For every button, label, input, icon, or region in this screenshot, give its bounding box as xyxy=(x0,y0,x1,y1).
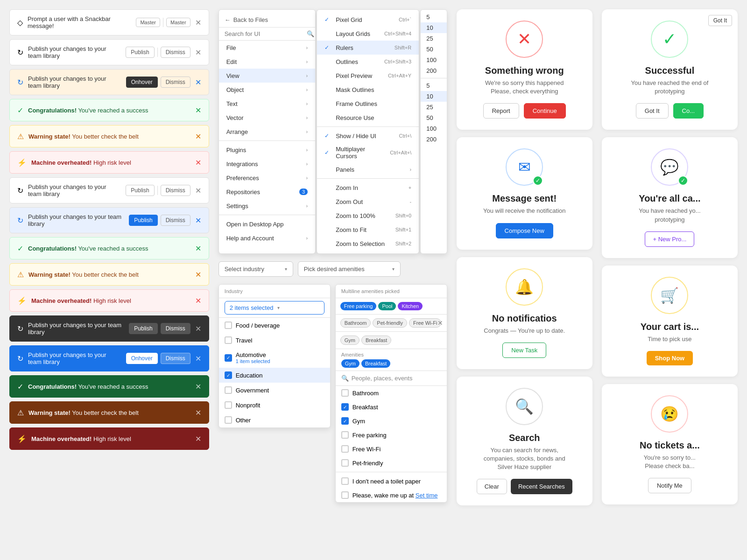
ind-other[interactable]: Other xyxy=(219,413,330,427)
submenu-mask-outlines[interactable]: ✓ Mask Outlines xyxy=(317,83,419,97)
menu-item-edit[interactable]: Edit › xyxy=(219,55,316,69)
submenu-panels[interactable]: ✓ Panels › xyxy=(317,162,419,176)
ind-education[interactable]: ✓ Education xyxy=(219,368,330,383)
num-25-1[interactable]: 25 xyxy=(421,33,446,44)
publish-button-2[interactable]: Publish xyxy=(126,47,154,58)
dismiss-button-13[interactable]: Dismiss xyxy=(161,353,190,364)
menu-item-plugins[interactable]: Plugins › xyxy=(219,143,316,157)
amenity-no-toilet[interactable]: I don't need a toilet paper xyxy=(336,474,447,488)
continue-button[interactable]: Continue xyxy=(524,103,566,119)
dismiss-button-2[interactable]: Dismiss xyxy=(161,47,190,58)
num-50-2[interactable]: 50 xyxy=(421,112,446,123)
dismiss-button-8[interactable]: Dismiss xyxy=(161,215,190,226)
submenu-pixel-grid[interactable]: ✓ Pixel Grid Ctrl+` xyxy=(317,13,419,27)
dismiss-button-3[interactable]: Dismiss xyxy=(161,77,190,88)
amenity-free-wifi[interactable]: Free Wi-Fi xyxy=(336,442,447,456)
num-200-2[interactable]: 200 xyxy=(421,134,446,145)
tag-breakfast[interactable]: Breakfast xyxy=(361,336,391,345)
amenities-search[interactable]: 🔍 People, places, events xyxy=(336,371,447,386)
submenu-zoom-selection[interactable]: ✓ Zoom to Selection Shift+2 xyxy=(317,237,419,251)
new-project-button[interactable]: + New Pro... xyxy=(645,231,694,247)
close-icon-6[interactable]: ✕ xyxy=(195,158,201,167)
dismiss-button-7[interactable]: Dismiss xyxy=(161,185,190,196)
publish-button-7[interactable]: Publish xyxy=(126,185,154,196)
onhover-button-13[interactable]: Onhover xyxy=(126,353,158,364)
submenu-zoom-100[interactable]: ✓ Zoom to 100% Shift+0 xyxy=(317,209,419,223)
got-it-button[interactable]: Got It xyxy=(708,15,732,26)
amenity-pet-friendly[interactable]: Pet-friendly xyxy=(336,456,447,470)
ind-automotive[interactable]: ✓ Automotive 1 item selected xyxy=(219,348,330,368)
menu-item-file[interactable]: File › xyxy=(219,41,316,55)
close-icon-1[interactable]: ✕ xyxy=(195,18,201,27)
menu-item-vector[interactable]: Vector › xyxy=(219,111,316,125)
close-icon-10[interactable]: ✕ xyxy=(195,270,201,279)
amenities-select[interactable]: Pick desired amenities ▾ xyxy=(298,261,401,277)
tag-kitchen[interactable]: Kitchen xyxy=(398,302,423,310)
notify-me-button[interactable]: Notify Me xyxy=(648,478,691,493)
close-icon-5[interactable]: ✕ xyxy=(195,132,201,141)
close-icon-8[interactable]: ✕ xyxy=(195,216,201,225)
menu-item-help[interactable]: Help and Account › xyxy=(219,231,316,245)
submenu-frame-outlines[interactable]: ✓ Frame Outlines xyxy=(317,97,419,111)
tag-free-wifi[interactable]: Free Wi-Fi xyxy=(409,318,441,328)
menu-item-arrange[interactable]: Arrange › xyxy=(219,125,316,139)
submenu-outlines[interactable]: ✓ Outlines Ctrl+Shift+3 xyxy=(317,55,419,69)
menu-item-preferences[interactable]: Preferences › xyxy=(219,171,316,185)
menu-item-view[interactable]: View › xyxy=(219,69,316,83)
num-50-1[interactable]: 50 xyxy=(421,44,446,55)
close-icon-14[interactable]: ✕ xyxy=(195,382,201,391)
submenu-rulers[interactable]: ✓ Rulers Shift+R xyxy=(317,41,419,55)
got-it-button-2[interactable]: Got It xyxy=(636,103,669,119)
ind-nonprofit[interactable]: Nonprofit xyxy=(219,398,330,413)
ind-government[interactable]: Government xyxy=(219,383,330,398)
compose-new-button[interactable]: Compose New xyxy=(496,223,553,238)
search-input[interactable] xyxy=(225,30,303,37)
menu-item-text[interactable]: Text › xyxy=(219,97,316,111)
menu-item-settings[interactable]: Settings › xyxy=(219,199,316,213)
close-icon-9[interactable]: ✕ xyxy=(195,244,201,253)
tag-breakfast-selected[interactable]: Breakfast xyxy=(361,359,390,368)
menu-item-desktop[interactable]: Open in Desktop App xyxy=(219,217,316,231)
amenity-bathroom[interactable]: Bathroom xyxy=(336,386,447,400)
amenity-free-parking[interactable]: Free parking xyxy=(336,428,447,442)
amenity-breakfast[interactable]: ✓ Breakfast xyxy=(336,400,447,414)
tag-gym-selected[interactable]: Gym xyxy=(341,359,359,368)
industry-select[interactable]: Select industry ▾ xyxy=(218,261,293,277)
menu-item-integrations[interactable]: Integrations › xyxy=(219,157,316,171)
shop-now-button[interactable]: Shop Now xyxy=(647,351,693,365)
submenu-layout-grids[interactable]: ✓ Layout Grids Ctrl+Shift+4 xyxy=(317,27,419,41)
tag-bathroom[interactable]: Bathroom xyxy=(340,318,371,328)
ind-food[interactable]: Food / beverage xyxy=(219,318,330,333)
close-icon-7[interactable]: ✕ xyxy=(195,186,201,195)
close-icon-4[interactable]: ✕ xyxy=(195,106,201,115)
amenity-wake-up[interactable]: Please, wake me up at Set time xyxy=(336,488,447,502)
amenity-gym[interactable]: ✓ Gym xyxy=(336,414,447,428)
menu-item-repositories[interactable]: Repositories 3 xyxy=(219,185,316,199)
submenu-resource-use[interactable]: ✓ Resource Use xyxy=(317,111,419,125)
num-100-1[interactable]: 100 xyxy=(421,55,446,65)
tag-pet-friendly[interactable]: Pet-friendly xyxy=(373,318,407,328)
set-time-link[interactable]: Set time xyxy=(416,492,438,499)
num-10-2[interactable]: 10 xyxy=(421,91,446,102)
menu-item-object[interactable]: Object › xyxy=(219,83,316,97)
report-button[interactable]: Report xyxy=(483,103,519,119)
submenu-zoom-fit[interactable]: ✓ Zoom to Fit Shift+1 xyxy=(317,223,419,237)
dismiss-button-12[interactable]: Dismiss xyxy=(161,323,190,334)
num-10-1[interactable]: 10 xyxy=(421,22,446,33)
close-icon-11[interactable]: ✕ xyxy=(195,296,201,305)
submenu-multiplayer-cursors[interactable]: ✓ Multiplayer Cursors Ctrl+Alt+\ xyxy=(317,143,419,162)
ind-travel[interactable]: Travel xyxy=(219,333,330,348)
close-icon-15[interactable]: ✕ xyxy=(195,408,201,417)
clear-tags-icon[interactable]: ✕ xyxy=(437,319,443,327)
menu-search[interactable]: 🔍 xyxy=(219,28,316,41)
industry-selected-box[interactable]: 2 items selected ▾ xyxy=(225,301,324,315)
num-5-2[interactable]: 5 xyxy=(421,80,446,91)
tag-pool[interactable]: Pool xyxy=(378,302,396,310)
submenu-zoom-in[interactable]: ✓ Zoom In + xyxy=(317,181,419,195)
close-icon-13[interactable]: ✕ xyxy=(195,354,201,363)
close-icon-16[interactable]: ✕ xyxy=(195,434,201,443)
tag-free-parking[interactable]: Free parking xyxy=(340,302,377,310)
new-task-button[interactable]: New Task xyxy=(502,343,546,358)
close-icon-3[interactable]: ✕ xyxy=(195,78,201,87)
publish-button-8[interactable]: Publish xyxy=(129,215,157,226)
